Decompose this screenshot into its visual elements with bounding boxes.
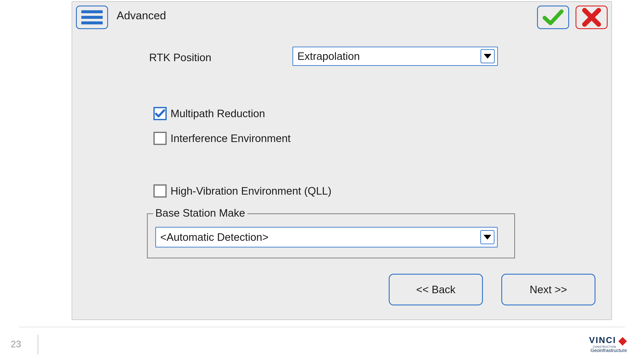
- multipath-reduction-row: Multipath Reduction: [154, 107, 265, 120]
- confirm-button[interactable]: [537, 5, 569, 29]
- base-station-make-legend: Base Station Make: [153, 207, 247, 219]
- dialog-panel: Advanced RTK Position Extrapolation: [72, 1, 612, 320]
- page-title: Advanced: [116, 9, 166, 22]
- interference-environment-label: Interference Environment: [170, 132, 290, 145]
- back-button-label: << Back: [416, 283, 455, 296]
- chevron-down-icon: [480, 230, 494, 244]
- base-station-make-dropdown[interactable]: <Automatic Detection>: [155, 227, 498, 247]
- menu-button[interactable]: [76, 5, 108, 29]
- high-vibration-label: High-Vibration Environment (QLL): [170, 185, 332, 197]
- rtk-position-dropdown[interactable]: Extrapolation: [292, 47, 498, 66]
- slide: Advanced RTK Position Extrapolation: [0, 0, 644, 361]
- chevron-down-icon: [480, 49, 495, 63]
- base-station-make-group: Base Station Make <Automatic Detection>: [147, 213, 515, 258]
- logo-tagline-text: CONSTRUCTION: [589, 346, 616, 348]
- base-station-make-value: <Automatic Detection>: [160, 231, 478, 243]
- page-number: 23: [11, 339, 21, 350]
- dialog-header: Advanced: [75, 4, 609, 30]
- interference-environment-row: Interference Environment: [154, 132, 290, 145]
- logo-diamond-icon: [618, 337, 627, 346]
- logo-primary-text: VINCI: [589, 336, 616, 344]
- multipath-reduction-label: Multipath Reduction: [170, 107, 265, 120]
- interference-environment-checkbox[interactable]: [154, 132, 167, 145]
- high-vibration-checkbox[interactable]: [154, 184, 167, 198]
- footer-divider: [19, 327, 625, 327]
- rtk-position-label: RTK Position: [149, 51, 212, 64]
- page-number-divider: [38, 335, 38, 355]
- back-button[interactable]: << Back: [389, 274, 483, 305]
- high-vibration-row: High-Vibration Environment (QLL): [154, 184, 332, 198]
- close-icon: [582, 8, 601, 27]
- multipath-reduction-checkbox[interactable]: [154, 107, 167, 120]
- rtk-position-value: Extrapolation: [298, 50, 478, 62]
- logo-division-text: Geoinfrastructure: [589, 348, 627, 353]
- cancel-button[interactable]: [576, 5, 608, 29]
- next-button-label: Next >>: [530, 283, 567, 296]
- hamburger-icon: [81, 10, 103, 24]
- checkmark-icon: [542, 9, 564, 26]
- checkmark-icon: [155, 109, 165, 118]
- vinci-logo: VINCI CONSTRUCTION Geoinfrastructure: [589, 336, 627, 353]
- next-button[interactable]: Next >>: [501, 274, 596, 305]
